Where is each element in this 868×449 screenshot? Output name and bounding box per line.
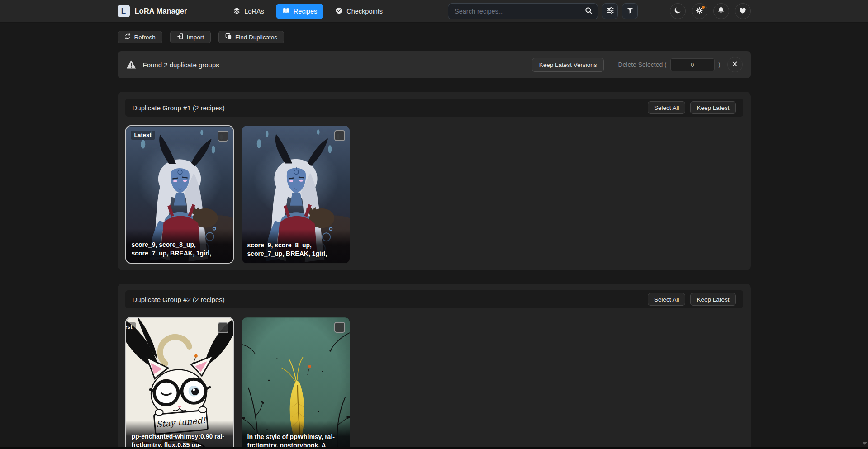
duplicate-copy-icon [225,33,232,41]
layers-icon [233,7,241,16]
brand: L LoRA Manager [118,5,187,17]
group-2-actions: Select All Keep Latest [648,293,736,306]
group-1-actions: Select All Keep Latest [648,101,736,114]
funnel-filter-button[interactable] [622,3,638,19]
recipe-caption: score_9, score_8_up, score_7_up, BREAK, … [242,229,350,263]
alert-actions: Keep Latest Versions Delete Selected ( 0… [532,57,743,72]
recipe-caption: score_9, score_8_up, score_7_up, BREAK, … [126,229,233,263]
recipe-card[interactable]: Latest score_9, score_8_up, score_7_up, … [125,125,234,264]
tab-checkpoints[interactable]: Checkpoints [329,4,389,19]
delete-selected-label: Delete Selected ( [618,61,666,68]
window-bottom-edge [0,447,868,449]
update-indicator-dot [702,6,705,9]
recipe-caption: in the style of ppWhimsy, ral-frctlgmtry… [242,421,350,449]
group-1-select-all-button[interactable]: Select All [648,101,686,114]
group-2-cards: Latest pp-enchanted-whimsy:0.90 ral-frct… [125,317,743,449]
search-button[interactable] [582,5,595,18]
heart-icon [739,6,747,16]
funnel-filter-icon [626,6,634,16]
card-checkbox[interactable] [218,322,228,333]
recipe-card[interactable]: score_9, score_8_up, score_7_up, BREAK, … [242,125,350,264]
group-2-title: Duplicate Group #2 (2 recipes) [133,296,225,303]
find-duplicates-button[interactable]: Find Duplicates [218,31,284,43]
open-book-icon [282,7,290,16]
recipe-caption: pp-enchanted-whimsy:0.90 ral-frctlgmtry,… [126,421,233,449]
refresh-button[interactable]: Refresh [118,31,162,43]
delete-selected-button[interactable]: Delete Selected ( 0 ) [618,58,720,71]
tab-loras-label: LoRAs [244,8,264,15]
tab-recipes-label: Recipes [294,8,317,15]
alert-message: Found 2 duplicate groups [143,61,219,69]
group-1-header: Duplicate Group #1 (2 recipes) Select Al… [125,99,743,117]
card-checkbox[interactable] [334,322,345,333]
import-button[interactable]: Import [170,31,211,43]
app-title: LoRA Manager [135,7,187,15]
alert-close-button[interactable] [727,57,743,72]
scrollbar-down-arrow[interactable] [863,442,867,445]
refresh-icon [124,33,131,41]
group-1-title: Duplicate Group #1 (2 recipes) [133,104,225,112]
main-tabs: LoRAs Recipes Checkpoints [227,4,389,19]
sliders-icon [606,6,614,16]
moon-icon [674,6,682,16]
group-2-keep-latest-button[interactable]: Keep Latest [690,293,735,306]
divider [611,58,611,71]
toolbar: Refresh Import Find Duplicates [118,31,751,43]
support-button[interactable] [735,3,751,19]
app-logo: L [118,5,130,17]
tab-checkpoints-label: Checkpoints [346,8,383,15]
latest-badge: Latest [125,322,136,331]
delete-selected-suffix: ) [718,61,721,68]
close-icon [731,61,738,69]
import-label: Import [187,34,204,41]
group-1-cards: Latest score_9, score_8_up, score_7_up, … [125,125,743,264]
warning-triangle-icon [126,59,137,70]
card-checkbox[interactable] [334,130,345,141]
tab-loras[interactable]: LoRAs [227,4,270,19]
group-1-keep-latest-button[interactable]: Keep Latest [690,101,735,114]
refresh-label: Refresh [134,34,156,41]
theme-toggle-button[interactable] [670,3,686,19]
find-duplicates-label: Find Duplicates [235,34,277,41]
group-2-select-all-button[interactable]: Select All [648,293,686,306]
keep-latest-versions-button[interactable]: Keep Latest Versions [532,58,604,72]
main-content: Refresh Import Find Duplicates Found 2 d… [118,31,751,449]
duplicates-alert-bar: Found 2 duplicate groups Keep Latest Ver… [118,51,751,78]
navbar: L LoRA Manager LoRAs Recipes Checkpoi [0,0,868,23]
search [448,3,598,19]
search-icon [584,6,593,16]
bell-icon [717,6,725,16]
recipe-card[interactable]: Latest pp-enchanted-whimsy:0.90 ral-frct… [125,317,234,449]
nav-icon-buttons [670,3,751,19]
search-input[interactable] [448,3,598,19]
group-2-header: Duplicate Group #2 (2 recipes) Select Al… [125,290,743,308]
duplicate-group-2: Duplicate Group #2 (2 recipes) Select Al… [118,284,751,449]
delete-selected-count: 0 [670,58,715,71]
import-icon [177,33,184,41]
notifications-button[interactable] [713,3,729,19]
latest-badge: Latest [131,131,155,140]
recipe-card[interactable]: in the style of ppWhimsy, ral-frctlgmtry… [242,317,350,449]
page-scrollbar[interactable] [863,0,868,447]
duplicate-group-1: Duplicate Group #1 (2 recipes) Select Al… [118,92,751,270]
card-checkbox[interactable] [218,131,228,142]
filter-sliders-button[interactable] [602,3,618,19]
tab-recipes[interactable]: Recipes [276,4,323,19]
settings-button[interactable] [692,3,707,19]
check-circle-icon [335,7,343,16]
